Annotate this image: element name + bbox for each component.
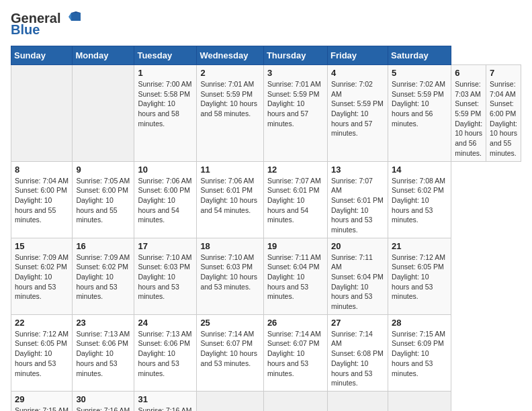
logo: General Blue — [11, 11, 81, 38]
day-info: Sunrise: 7:14 AMSunset: 6:07 PMDaylight:… — [200, 329, 260, 369]
calendar-cell: 6 Sunrise: 7:03 AMSunset: 5:59 PMDayligh… — [451, 65, 486, 162]
day-number: 16 — [76, 241, 130, 251]
calendar-cell: 29 Sunrise: 7:15 AMSunset: 6:09 PMDaylig… — [11, 391, 73, 411]
day-number: 27 — [331, 318, 384, 328]
day-number: 25 — [200, 318, 260, 328]
logo-text-block: General Blue — [11, 11, 81, 38]
day-info: Sunrise: 7:12 AMSunset: 6:05 PMDaylight:… — [15, 329, 69, 378]
header-row: SundayMondayTuesdayWednesdayThursdayFrid… — [11, 46, 521, 65]
day-info: Sunrise: 7:13 AMSunset: 6:06 PMDaylight:… — [138, 329, 193, 378]
day-number: 13 — [331, 165, 384, 175]
header-cell-sunday: Sunday — [11, 46, 73, 65]
day-number: 29 — [15, 394, 69, 404]
day-info: Sunrise: 7:14 AMSunset: 6:07 PMDaylight:… — [267, 329, 324, 378]
day-number: 14 — [392, 165, 447, 175]
calendar-cell: 20 Sunrise: 7:11 AMSunset: 6:04 PMDaylig… — [328, 238, 388, 314]
week-row: 29 Sunrise: 7:15 AMSunset: 6:09 PMDaylig… — [11, 391, 521, 411]
day-info: Sunrise: 7:11 AMSunset: 6:04 PMDaylight:… — [331, 253, 384, 312]
day-info: Sunrise: 7:11 AMSunset: 6:04 PMDaylight:… — [267, 253, 324, 302]
day-info: Sunrise: 7:16 AMSunset: 6:10 PMDaylight:… — [76, 406, 130, 411]
day-info: Sunrise: 7:02 AMSunset: 5:59 PMDaylight:… — [331, 79, 384, 138]
calendar-cell: 5 Sunrise: 7:02 AMSunset: 5:59 PMDayligh… — [388, 65, 451, 162]
header: General Blue — [11, 11, 521, 38]
day-info: Sunrise: 7:12 AMSunset: 6:05 PMDaylight:… — [392, 253, 447, 302]
calendar-cell: 25 Sunrise: 7:14 AMSunset: 6:07 PMDaylig… — [197, 314, 264, 391]
day-info: Sunrise: 7:09 AMSunset: 6:02 PMDaylight:… — [76, 253, 130, 302]
day-info: Sunrise: 7:09 AMSunset: 6:02 PMDaylight:… — [15, 253, 69, 302]
day-info: Sunrise: 7:04 AMSunset: 6:00 PMDaylight:… — [15, 176, 69, 225]
calendar-body: 1 Sunrise: 7:00 AMSunset: 5:58 PMDayligh… — [11, 65, 521, 412]
calendar-cell: 23 Sunrise: 7:13 AMSunset: 6:06 PMDaylig… — [73, 314, 134, 391]
calendar-cell: 24 Sunrise: 7:13 AMSunset: 6:06 PMDaylig… — [134, 314, 197, 391]
day-number: 15 — [15, 241, 69, 251]
day-info: Sunrise: 7:10 AMSunset: 6:03 PMDaylight:… — [200, 253, 260, 292]
calendar-cell: 9 Sunrise: 7:05 AMSunset: 6:00 PMDayligh… — [73, 161, 134, 238]
day-number: 31 — [138, 394, 193, 404]
day-number: 11 — [200, 165, 260, 175]
header-cell-thursday: Thursday — [263, 46, 327, 65]
calendar-cell: 7 Sunrise: 7:04 AMSunset: 6:00 PMDayligh… — [486, 65, 521, 162]
calendar-cell: 26 Sunrise: 7:14 AMSunset: 6:07 PMDaylig… — [263, 314, 327, 391]
header-cell-wednesday: Wednesday — [197, 46, 264, 65]
logo-blue: Blue — [11, 22, 40, 38]
day-number: 1 — [138, 68, 193, 78]
day-number: 10 — [138, 165, 193, 175]
day-number: 26 — [267, 318, 324, 328]
day-number: 20 — [331, 241, 384, 251]
day-info: Sunrise: 7:15 AMSunset: 6:09 PMDaylight:… — [15, 406, 69, 411]
day-number: 21 — [392, 241, 447, 251]
calendar-cell: 10 Sunrise: 7:06 AMSunset: 6:00 PMDaylig… — [134, 161, 197, 238]
calendar-cell: 15 Sunrise: 7:09 AMSunset: 6:02 PMDaylig… — [11, 238, 73, 314]
day-info: Sunrise: 7:16 AMSunset: 6:10 PMDaylight:… — [138, 406, 193, 411]
calendar-cell: 12 Sunrise: 7:07 AMSunset: 6:01 PMDaylig… — [263, 161, 327, 238]
week-row: 22 Sunrise: 7:12 AMSunset: 6:05 PMDaylig… — [11, 314, 521, 391]
calendar-cell: 2 Sunrise: 7:01 AMSunset: 5:59 PMDayligh… — [197, 65, 264, 162]
day-info: Sunrise: 7:10 AMSunset: 6:03 PMDaylight:… — [138, 253, 193, 302]
calendar-cell: 14 Sunrise: 7:08 AMSunset: 6:02 PMDaylig… — [388, 161, 451, 238]
day-info: Sunrise: 7:05 AMSunset: 6:00 PMDaylight:… — [76, 176, 130, 225]
day-info: Sunrise: 7:06 AMSunset: 6:00 PMDaylight:… — [138, 176, 193, 225]
day-number: 19 — [267, 241, 324, 251]
day-number: 2 — [200, 68, 260, 78]
calendar-cell: 1 Sunrise: 7:00 AMSunset: 5:58 PMDayligh… — [134, 65, 197, 162]
day-info: Sunrise: 7:15 AMSunset: 6:09 PMDaylight:… — [392, 329, 447, 378]
day-number: 5 — [392, 68, 447, 78]
calendar-cell — [197, 391, 264, 411]
day-number: 17 — [138, 241, 193, 251]
calendar-cell — [263, 391, 327, 411]
calendar-header: SundayMondayTuesdayWednesdayThursdayFrid… — [11, 46, 521, 65]
day-number: 30 — [76, 394, 130, 404]
day-number: 9 — [76, 165, 130, 175]
day-number: 22 — [15, 318, 69, 328]
week-row: 1 Sunrise: 7:00 AMSunset: 5:58 PMDayligh… — [11, 65, 521, 162]
day-number: 7 — [490, 68, 517, 78]
week-row: 15 Sunrise: 7:09 AMSunset: 6:02 PMDaylig… — [11, 238, 521, 314]
day-info: Sunrise: 7:01 AMSunset: 5:59 PMDaylight:… — [267, 79, 324, 128]
day-info: Sunrise: 7:13 AMSunset: 6:06 PMDaylight:… — [76, 329, 130, 378]
header-cell-friday: Friday — [328, 46, 388, 65]
calendar-cell: 8 Sunrise: 7:04 AMSunset: 6:00 PMDayligh… — [11, 161, 73, 238]
header-cell-tuesday: Tuesday — [134, 46, 197, 65]
header-cell-saturday: Saturday — [388, 46, 451, 65]
empty-cell — [73, 65, 134, 162]
day-info: Sunrise: 7:04 AMSunset: 6:00 PMDaylight:… — [490, 79, 517, 158]
day-number: 3 — [267, 68, 324, 78]
day-info: Sunrise: 7:02 AMSunset: 5:59 PMDaylight:… — [392, 79, 447, 128]
calendar-cell — [328, 391, 388, 411]
calendar-cell: 3 Sunrise: 7:01 AMSunset: 5:59 PMDayligh… — [263, 65, 327, 162]
svg-marker-0 — [71, 13, 81, 21]
calendar-cell: 21 Sunrise: 7:12 AMSunset: 6:05 PMDaylig… — [388, 238, 451, 314]
day-info: Sunrise: 7:14 AMSunset: 6:08 PMDaylight:… — [331, 329, 384, 388]
day-number: 8 — [15, 165, 69, 175]
day-info: Sunrise: 7:01 AMSunset: 5:59 PMDaylight:… — [200, 79, 260, 119]
calendar-cell: 22 Sunrise: 7:12 AMSunset: 6:05 PMDaylig… — [11, 314, 73, 391]
calendar-cell: 28 Sunrise: 7:15 AMSunset: 6:09 PMDaylig… — [388, 314, 451, 391]
calendar-cell: 19 Sunrise: 7:11 AMSunset: 6:04 PMDaylig… — [263, 238, 327, 314]
calendar-cell: 27 Sunrise: 7:14 AMSunset: 6:08 PMDaylig… — [328, 314, 388, 391]
calendar-cell: 31 Sunrise: 7:16 AMSunset: 6:10 PMDaylig… — [134, 391, 197, 411]
calendar-cell: 11 Sunrise: 7:06 AMSunset: 6:01 PMDaylig… — [197, 161, 264, 238]
calendar-table: SundayMondayTuesdayWednesdayThursdayFrid… — [11, 46, 521, 411]
day-info: Sunrise: 7:07 AMSunset: 6:01 PMDaylight:… — [331, 176, 384, 235]
calendar-cell: 16 Sunrise: 7:09 AMSunset: 6:02 PMDaylig… — [73, 238, 134, 314]
day-number: 28 — [392, 318, 447, 328]
